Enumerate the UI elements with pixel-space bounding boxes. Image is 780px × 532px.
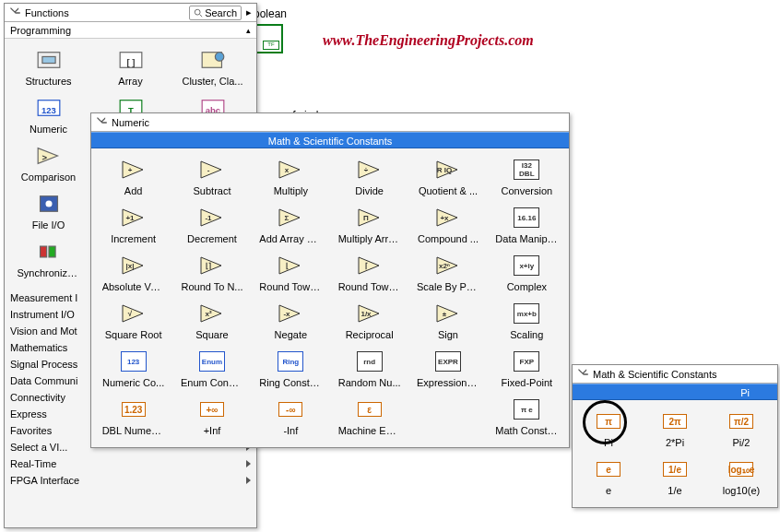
palette-icon: -∞ bbox=[274, 396, 307, 423]
boolean-label: oolean bbox=[254, 7, 287, 20]
category-label: Measurement I bbox=[10, 292, 77, 303]
palette-icon: |x| bbox=[117, 252, 150, 279]
palette-item[interactable]: ⌈ Round Towa... bbox=[331, 250, 408, 294]
palette-item[interactable]: π Pi bbox=[576, 406, 641, 450]
palette-item[interactable]: + Add bbox=[95, 154, 171, 198]
palette-item[interactable]: Ring Ring Constant bbox=[253, 346, 329, 390]
palette-item[interactable]: log₁₀e log10(e) bbox=[709, 454, 774, 498]
svg-marker-58 bbox=[437, 305, 457, 322]
svg-text:-: - bbox=[207, 166, 210, 174]
svg-marker-44 bbox=[279, 257, 300, 274]
svg-text:⌈: ⌈ bbox=[364, 262, 367, 270]
palette-icon: Ring bbox=[274, 348, 307, 375]
pin-icon[interactable] bbox=[95, 116, 108, 129]
svg-marker-50 bbox=[123, 305, 143, 322]
palette-item[interactable]: I32 DBL Conversion bbox=[489, 154, 565, 198]
palette-label: Math Consta... bbox=[495, 425, 558, 436]
palette-icon: ⌊⌉ bbox=[195, 252, 229, 279]
search-box[interactable]: Search bbox=[189, 6, 242, 20]
palette-item[interactable]: rnd Random Nu... bbox=[331, 346, 408, 390]
category-item[interactable]: Real-Time bbox=[5, 455, 256, 472]
svg-point-17 bbox=[45, 200, 52, 207]
palette-label: -Inf bbox=[259, 425, 322, 436]
palette-label: 2*Pi bbox=[644, 437, 706, 448]
palette-icon: x+iy bbox=[510, 252, 543, 279]
palette-item[interactable]: EXPR Expression N... bbox=[409, 346, 486, 390]
palette-item[interactable]: Σ Add Array El... bbox=[253, 202, 329, 246]
palette-label: Pi/2 bbox=[710, 437, 773, 448]
palette-icon: - bbox=[195, 156, 229, 183]
palette-item[interactable]: ε Machine Eps... bbox=[331, 394, 408, 438]
palette-icon: ⌈ bbox=[353, 252, 386, 279]
palette-item[interactable]: -x Negate bbox=[253, 298, 329, 342]
palette-item[interactable]: - Subtract bbox=[173, 154, 250, 198]
palette-item[interactable]: x² Square bbox=[173, 298, 250, 342]
palette-item[interactable]: [ ] Array bbox=[90, 44, 171, 89]
palette-item[interactable]: π e Math Consta... bbox=[489, 394, 565, 438]
category-item[interactable]: FPGA Interface bbox=[5, 472, 256, 489]
palette-item[interactable]: > Comparison bbox=[8, 140, 89, 184]
palette-item[interactable]: Structures bbox=[8, 44, 89, 89]
palette-label: Ring Constant bbox=[259, 377, 322, 388]
pin-icon[interactable] bbox=[576, 368, 589, 381]
palette-item[interactable]: √ Square Root bbox=[95, 298, 171, 342]
svg-text:-x: -x bbox=[284, 310, 291, 318]
palette-icon: rnd bbox=[353, 348, 386, 375]
svg-text:Σ: Σ bbox=[285, 214, 290, 222]
palette-item[interactable]: x+iy Complex bbox=[489, 250, 565, 294]
palette-label: Divide bbox=[338, 185, 401, 196]
palette-item[interactable]: -∞ -Inf bbox=[253, 394, 329, 438]
palette-item[interactable]: +x Compound ... bbox=[409, 202, 486, 246]
palette-item[interactable]: e e bbox=[576, 454, 641, 498]
palette-item[interactable]: x2ⁿ Scale By Pow... bbox=[409, 250, 486, 294]
palette-icon bbox=[32, 238, 65, 266]
svg-text:√: √ bbox=[127, 310, 132, 318]
palette-item[interactable]: +1 Increment bbox=[95, 202, 171, 246]
palette-item[interactable]: FXP Fixed-Point bbox=[489, 346, 565, 390]
palette-icon: FXP bbox=[510, 348, 543, 375]
pin-icon[interactable] bbox=[8, 6, 21, 19]
palette-item[interactable]: 1.23 DBL Numeri... bbox=[95, 394, 171, 438]
customize-arrow-icon[interactable]: ▸ bbox=[245, 6, 253, 18]
numeric-palette: Numeric Math & Scientific Constants + Ad… bbox=[90, 112, 570, 448]
palette-item[interactable]: +∞ +Inf bbox=[173, 394, 250, 438]
palette-item[interactable]: 1/x Reciprocal bbox=[331, 298, 408, 342]
palette-item[interactable]: |x| Absolute Val... bbox=[95, 250, 171, 294]
palette-icon: x bbox=[274, 156, 307, 183]
palette-item[interactable]: Π Multiply Arra... bbox=[331, 202, 408, 246]
palette-item[interactable]: ± Sign bbox=[409, 298, 486, 342]
palette-icon: π bbox=[592, 408, 625, 435]
palette-item[interactable]: 123 Numeric bbox=[8, 92, 89, 136]
palette-item[interactable]: R IQ Quotient & ... bbox=[409, 154, 486, 198]
svg-text:1/x: 1/x bbox=[360, 310, 372, 318]
category-label: Instrument I/O bbox=[10, 309, 75, 320]
palette-item[interactable]: 2π 2*Pi bbox=[643, 406, 707, 450]
svg-text:[ ]: [ ] bbox=[126, 57, 135, 67]
category-label: Select a VI... bbox=[10, 442, 67, 453]
palette-item[interactable]: mx+b Scaling bbox=[489, 298, 565, 342]
palette-label: Numeric Co... bbox=[102, 377, 165, 388]
palette-item[interactable]: Enum Enum Const... bbox=[173, 346, 250, 390]
palette-icon: I32 DBL bbox=[510, 156, 543, 183]
palette-item[interactable]: Cluster, Cla... bbox=[172, 44, 253, 89]
breadcrumb-programming[interactable]: Programming ▴ bbox=[5, 22, 256, 39]
palette-label: Structures bbox=[18, 76, 80, 87]
palette-icon: -1 bbox=[195, 204, 229, 231]
svg-text:R IQ: R IQ bbox=[437, 166, 452, 174]
svg-marker-24 bbox=[279, 161, 300, 178]
palette-item[interactable]: 16.16 Data Manipu... bbox=[489, 202, 565, 246]
palette-item[interactable]: ⌊ Round Towa... bbox=[253, 250, 329, 294]
palette-item[interactable]: -1 Decrement bbox=[173, 202, 250, 246]
palette-item[interactable]: π/2 Pi/2 bbox=[709, 406, 774, 450]
svg-text:+: + bbox=[127, 166, 132, 174]
palette-item[interactable]: ÷ Divide bbox=[331, 154, 408, 198]
palette-item[interactable]: ⌊⌉ Round To N... bbox=[173, 250, 250, 294]
palette-item[interactable]: x Multiply bbox=[253, 154, 329, 198]
palette-item[interactable]: Synchronizat... bbox=[8, 236, 89, 280]
palette-item[interactable]: File I/O bbox=[8, 188, 89, 232]
palette-item[interactable]: 1/e 1/e bbox=[643, 454, 707, 498]
palette-label: Conversion bbox=[495, 185, 558, 196]
functions-title: Functions bbox=[25, 7, 185, 18]
palette-item[interactable]: 123 Numeric Co... bbox=[95, 346, 171, 390]
math-constants-palette: Math & Scientific Constants Pi π Pi2π 2*… bbox=[572, 364, 778, 508]
